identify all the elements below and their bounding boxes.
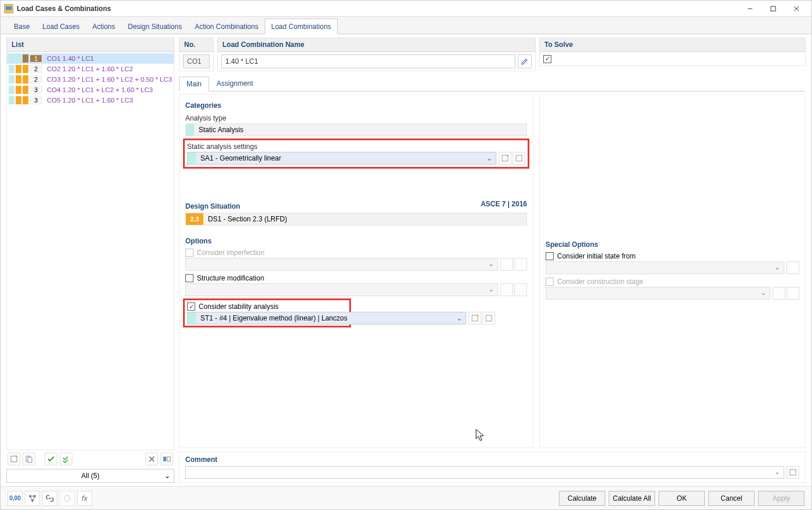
structure-mod-label: Structure modification <box>197 274 264 282</box>
no-value: CO1 <box>183 54 210 68</box>
settings-icon[interactable] <box>60 491 75 506</box>
initial-state-dropdown <box>546 261 784 274</box>
svg-rect-11 <box>502 155 508 161</box>
subtab-main[interactable]: Main <box>179 76 209 92</box>
tab-load-cases[interactable]: Load Cases <box>36 19 86 34</box>
svg-rect-1 <box>771 6 776 11</box>
special-options-title: Special Options <box>546 241 799 249</box>
check-all-icon[interactable] <box>45 453 57 465</box>
new-construction-stage-icon[interactable] <box>773 287 785 300</box>
apply-button[interactable]: Apply <box>758 491 804 506</box>
tab-base[interactable]: Base <box>8 19 36 34</box>
svg-rect-15 <box>790 469 796 475</box>
maximize-button[interactable] <box>762 1 785 17</box>
construction-stage-label: Consider construction stage <box>557 278 643 286</box>
list-header: List <box>6 38 174 52</box>
svg-rect-6 <box>28 457 32 462</box>
name-header: Load Combination Name <box>217 38 536 52</box>
subtab-assignment[interactable]: Assignment <box>209 76 261 91</box>
list-item[interactable]: 3 CO5 1.20 * LC1 + 1.60 * LC3 <box>7 95 174 105</box>
svg-rect-10 <box>167 457 170 461</box>
list-filter-value: All (5) <box>81 472 99 480</box>
design-standard: ASCE 7 | 2016 <box>481 200 527 213</box>
list-item[interactable]: 2 CO2 1.20 * LC1 + 1.60 * LC2 <box>7 64 174 74</box>
main-tabs: Base Load Cases Actions Design Situation… <box>1 17 811 34</box>
initial-state-label: Consider initial state from <box>557 252 635 260</box>
list-toolbar <box>6 450 174 468</box>
tab-action-combinations[interactable]: Action Combinations <box>188 19 265 34</box>
edit-construction-stage-icon[interactable] <box>787 287 799 300</box>
solve-checkbox[interactable] <box>543 55 551 63</box>
imperfection-checkbox <box>185 249 193 257</box>
edit-stability-icon[interactable] <box>482 312 495 325</box>
imperfection-label: Consider imperfection <box>197 249 265 257</box>
design-situation-title: Design Situation <box>185 202 240 210</box>
minimize-button[interactable] <box>738 1 762 17</box>
edit-structure-mod-icon[interactable] <box>514 283 527 296</box>
units-icon[interactable]: 0,00 <box>8 491 23 506</box>
analysis-type-label: Analysis type <box>185 114 527 122</box>
comment-title: Comment <box>185 456 799 464</box>
solve-header: To Solve <box>539 38 806 52</box>
construction-stage-checkbox <box>546 278 554 286</box>
new-stability-icon[interactable] <box>469 312 481 325</box>
svg-rect-4 <box>11 456 17 462</box>
list-body: 1 CO1 1.40 * LC1 2 CO2 1.20 * LC1 + 1.60… <box>6 52 174 450</box>
imperfection-dropdown <box>185 258 498 271</box>
copy-item-icon[interactable] <box>23 453 35 465</box>
app-icon <box>4 4 13 13</box>
svg-rect-13 <box>472 315 478 321</box>
subtabs: Main Assignment <box>179 76 806 92</box>
tab-actions[interactable]: Actions <box>86 19 121 34</box>
design-situation-field[interactable]: 2.3 DS1 - Section 2.3 (LRFD) <box>185 213 527 225</box>
construction-stage-dropdown <box>546 287 770 300</box>
calculate-button[interactable]: Calculate <box>559 491 605 506</box>
link-icon[interactable] <box>42 491 57 506</box>
stability-label: Consider stability analysis <box>199 303 279 311</box>
new-structure-mod-icon[interactable] <box>500 283 513 296</box>
edit-imperfection-icon[interactable] <box>514 258 527 271</box>
svg-rect-12 <box>516 155 522 161</box>
uncheck-all-icon[interactable] <box>60 453 72 465</box>
window-title: Load Cases & Combinations <box>17 5 738 13</box>
titlebar: Load Cases & Combinations <box>1 1 811 17</box>
edit-initial-state-icon[interactable] <box>787 261 799 274</box>
name-input[interactable]: 1.40 * LC1 <box>221 54 515 68</box>
initial-state-checkbox[interactable] <box>546 252 554 260</box>
cancel-button[interactable]: Cancel <box>708 491 755 506</box>
structure-mod-dropdown <box>185 283 498 296</box>
ok-button[interactable]: OK <box>659 491 705 506</box>
list-item[interactable]: 1 CO1 1.40 * LC1 <box>7 53 174 64</box>
svg-rect-14 <box>486 315 492 321</box>
close-button[interactable] <box>785 1 808 17</box>
function-icon[interactable]: fx <box>77 491 92 506</box>
no-header: No. <box>179 38 214 52</box>
stability-checkbox[interactable] <box>187 303 195 311</box>
edit-settings-icon[interactable] <box>513 152 525 165</box>
categories-title: Categories <box>185 101 527 110</box>
list-item[interactable]: 3 CO4 1.20 * LC1 + LC2 + 1.60 * LC3 <box>7 85 174 95</box>
comment-input[interactable] <box>185 466 784 479</box>
tab-load-combinations[interactable]: Load Combinations <box>265 19 337 34</box>
calculate-all-button[interactable]: Calculate All <box>609 491 655 506</box>
new-settings-icon[interactable] <box>499 152 511 165</box>
edit-name-icon[interactable] <box>518 54 532 68</box>
nodes-icon[interactable] <box>25 491 40 506</box>
footer: 0,00 fx Calculate Calculate All OK Cance… <box>1 486 811 509</box>
list-filter-dropdown[interactable]: All (5) ⌄ <box>6 469 174 483</box>
new-item-icon[interactable] <box>8 453 20 465</box>
static-settings-label: Static analysis settings <box>187 143 525 151</box>
list-item[interactable]: 2 CO3 1.20 * LC1 + 1.60 * LC2 + 0.50 * L… <box>7 74 174 85</box>
stability-dropdown[interactable]: ST1 - #4 | Eigenvalue method (linear) | … <box>187 312 466 325</box>
options-title: Options <box>185 237 527 245</box>
comment-edit-icon[interactable] <box>787 466 799 479</box>
structure-mod-checkbox[interactable] <box>185 274 193 282</box>
delete-icon[interactable] <box>145 453 158 465</box>
tab-design-situations[interactable]: Design Situations <box>122 19 188 34</box>
svg-rect-9 <box>163 457 166 461</box>
static-settings-dropdown[interactable]: SA1 - Geometrically linear <box>187 152 496 165</box>
svg-point-19 <box>64 496 70 501</box>
analysis-type-field[interactable]: Static Analysis <box>185 123 527 136</box>
new-imperfection-icon[interactable] <box>500 258 513 271</box>
view-mode-icon[interactable] <box>160 453 173 465</box>
